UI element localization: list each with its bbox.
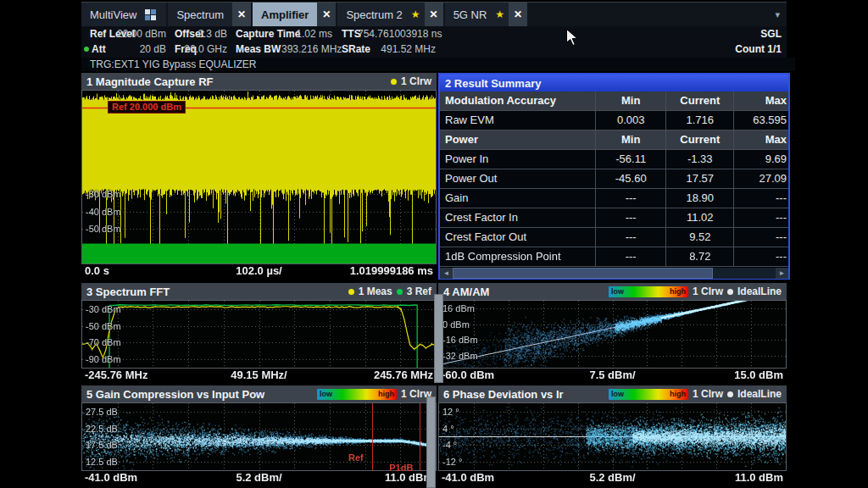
y-axis-tick: 22.5 dB bbox=[86, 424, 118, 434]
channel-settings-bar: Ref Level 20.00 dBm Offset 2.3 dB Captur… bbox=[81, 26, 787, 58]
freq-value[interactable]: 26.0 GHz bbox=[181, 42, 227, 57]
x-axis-scale: 0.0 s 102.0 µs/ 1.019999186 ms bbox=[81, 263, 437, 280]
multiview-grid-icon bbox=[145, 9, 156, 20]
heat-low-label: low bbox=[611, 390, 624, 398]
window-am-am: 4 AM/AM low high 1 Clrw IdealLine 16 dBm… bbox=[438, 283, 787, 384]
srate-value[interactable]: 491.52 MHz bbox=[376, 42, 436, 57]
capture-time-label: Capture Time bbox=[236, 26, 300, 42]
trace-dot-icon bbox=[727, 289, 733, 295]
trace-legend: low high 1 Clrw bbox=[317, 388, 431, 400]
trace-legend: low high 1 Clrw IdealLine bbox=[609, 388, 782, 400]
close-icon[interactable]: ✕ bbox=[232, 3, 251, 26]
y-axis-tick: -30 dBm bbox=[86, 189, 121, 199]
spectrum-fft-canvas[interactable] bbox=[82, 301, 436, 368]
am-am-plot[interactable]: 16 dBm 0 dBm -16 dBm -32 dBm bbox=[438, 300, 787, 369]
window-title: 6 Phase Deviation vs Ir bbox=[443, 388, 564, 401]
y-axis-tick: -90 dBm bbox=[86, 354, 121, 364]
x-axis-per-div: 49.15 MHz/ bbox=[231, 369, 287, 381]
x-axis-start: -60.0 dBm bbox=[442, 369, 494, 381]
heat-high-label: high bbox=[378, 390, 394, 398]
phase-deviation-plot[interactable]: 12 ° 4 ° -4 ° -12 ° bbox=[438, 402, 787, 471]
instrument-screen: MultiView Spectrum ✕ Amplifier ✕ Spectru… bbox=[81, 0, 787, 488]
table-section-header: PowerMinCurrentMax bbox=[440, 130, 788, 150]
heat-low-label: low bbox=[611, 287, 624, 296]
y-axis-tick: -50 dBm bbox=[86, 224, 121, 234]
star-icon: ★ bbox=[495, 8, 504, 20]
vertical-scrollbar[interactable] bbox=[434, 294, 443, 383]
close-icon[interactable]: ✕ bbox=[509, 3, 527, 26]
tab-5g-nr[interactable]: 5G NR ★ ✕ bbox=[445, 3, 528, 26]
ideal-line-label: IdealLine bbox=[737, 286, 782, 297]
magnitude-capture-plot[interactable]: Ref 20.000 dBm -30 dBm -40 dBm -50 dBm bbox=[81, 90, 437, 264]
y-axis-tick: -32 dBm bbox=[442, 351, 478, 361]
x-axis-stop: 15.0 dBm bbox=[734, 369, 783, 381]
window-magnitude-capture: 1 Magnitude Capture RF 1 Clrw Ref 20.000… bbox=[81, 73, 437, 281]
trace-legend-label: 1 Meas bbox=[359, 286, 392, 297]
table-row: Crest Factor In---11.02--- bbox=[440, 208, 788, 228]
window-title-bar[interactable]: 4 AM/AM low high 1 Clrw IdealLine bbox=[438, 283, 787, 300]
settings-row-2: Att 20 dB Freq 26.0 GHz Meas BW 393.216 … bbox=[81, 42, 787, 57]
x-axis-start: -245.76 MHz bbox=[85, 369, 147, 381]
tab-label: 5G NR bbox=[453, 8, 496, 21]
trace-legend: 1 Clrw bbox=[391, 75, 431, 87]
tab-spectrum-2[interactable]: Spectrum 2 ★ ✕ bbox=[337, 3, 442, 26]
tab-spectrum[interactable]: Spectrum ✕ bbox=[168, 3, 251, 26]
window-result-summary: 2 Result Summary Modulation AccuracyMinC… bbox=[438, 73, 790, 280]
trace-legend: low high 1 Clrw IdealLine bbox=[609, 286, 782, 297]
tab-overflow-arrow-icon[interactable]: ▾ bbox=[768, 3, 787, 26]
y-axis-tick: -4 ° bbox=[442, 440, 457, 450]
am-am-canvas[interactable] bbox=[439, 301, 786, 368]
table-row: Power Out-45.6017.5727.09 bbox=[440, 169, 788, 189]
horizontal-scrollbar[interactable]: ◄ ► bbox=[440, 268, 788, 279]
tab-multiview[interactable]: MultiView bbox=[81, 3, 166, 26]
scrollbar-track[interactable] bbox=[713, 268, 776, 279]
channel-tab-bar: MultiView Spectrum ✕ Amplifier ✕ Spectru… bbox=[81, 2, 787, 26]
ideal-line-label: IdealLine bbox=[737, 388, 782, 400]
mouse-cursor-icon bbox=[566, 29, 578, 47]
tab-amplifier[interactable]: Amplifier ✕ bbox=[253, 3, 336, 26]
x-axis-stop: 245.76 MHz bbox=[374, 369, 433, 381]
x-axis-scale: -60.0 dBm 7.5 dBm/ 15.0 dBm bbox=[438, 367, 787, 384]
window-title-bar[interactable]: 1 Magnitude Capture RF 1 Clrw bbox=[81, 73, 437, 90]
window-title-bar[interactable]: 5 Gain Compression vs Input Pow low high… bbox=[81, 385, 437, 402]
capture-time-value[interactable]: 1.02 ms bbox=[295, 26, 332, 42]
x-axis-start: 0.0 s bbox=[85, 264, 109, 277]
window-gain-compression: 5 Gain Compression vs Input Pow low high… bbox=[81, 385, 437, 488]
y-axis-tick: 12 ° bbox=[442, 407, 459, 417]
gain-compression-canvas[interactable] bbox=[82, 403, 436, 470]
count-status: Count 1/1 bbox=[735, 42, 782, 57]
tts-value[interactable]: 754.761003918 ns bbox=[358, 26, 436, 42]
window-title-bar[interactable]: 6 Phase Deviation vs Ir low high 1 Clrw … bbox=[438, 385, 787, 402]
spectrum-fft-plot[interactable]: -30 dBm -50 dBm -70 dBm -90 dBm bbox=[81, 300, 437, 369]
trace-legend: 1 Meas 3 Ref bbox=[348, 286, 431, 297]
meas-bw-label: Meas BW bbox=[236, 42, 281, 57]
y-axis-tick: -12 ° bbox=[442, 457, 462, 467]
y-axis-tick: -70 dBm bbox=[86, 337, 121, 347]
heat-high-label: high bbox=[670, 287, 686, 296]
ref-level-value[interactable]: 20.00 dBm bbox=[112, 26, 166, 42]
window-title: 5 Gain Compression vs Input Pow bbox=[86, 388, 264, 401]
window-title-bar[interactable]: 2 Result Summary bbox=[440, 75, 788, 92]
scroll-left-icon[interactable]: ◄ bbox=[440, 268, 453, 279]
x-axis-scale: -41.0 dBm 5.2 dBm/ 11.0 dBm bbox=[81, 469, 437, 486]
gain-compression-plot[interactable]: 27.5 dB 22.5 dB 17.5 dB 12.5 dB Ref P1dB bbox=[81, 402, 437, 471]
y-axis-tick: 0 dBm bbox=[442, 319, 470, 330]
x-axis-per-div: 102.0 µs/ bbox=[236, 264, 281, 277]
magnitude-capture-canvas[interactable] bbox=[82, 91, 436, 263]
trigger-status-line: TRG:EXT1 YIG Bypass EQUALIZER bbox=[81, 58, 795, 71]
scrollbar-thumb[interactable] bbox=[453, 268, 713, 279]
vertical-scrollbar[interactable] bbox=[426, 396, 436, 488]
trace-dot-icon bbox=[397, 289, 403, 295]
window-title: 3 Spectrum FFT bbox=[86, 286, 170, 298]
offset-value[interactable]: 2.3 dB bbox=[192, 26, 227, 42]
x-axis-start: -41.0 dBm bbox=[442, 471, 494, 484]
att-value[interactable]: 20 dB bbox=[112, 42, 166, 57]
window-title-bar[interactable]: 3 Spectrum FFT 1 Meas 3 Ref bbox=[81, 283, 437, 300]
ref-marker-label[interactable]: Ref bbox=[348, 452, 364, 463]
close-icon[interactable]: ✕ bbox=[317, 3, 336, 26]
meas-bw-value[interactable]: 393.216 MHz bbox=[281, 42, 332, 57]
scroll-right-icon[interactable]: ► bbox=[776, 268, 788, 279]
phase-deviation-canvas[interactable] bbox=[439, 403, 786, 470]
trace-dot-icon bbox=[391, 79, 397, 85]
close-icon[interactable]: ✕ bbox=[425, 3, 443, 26]
